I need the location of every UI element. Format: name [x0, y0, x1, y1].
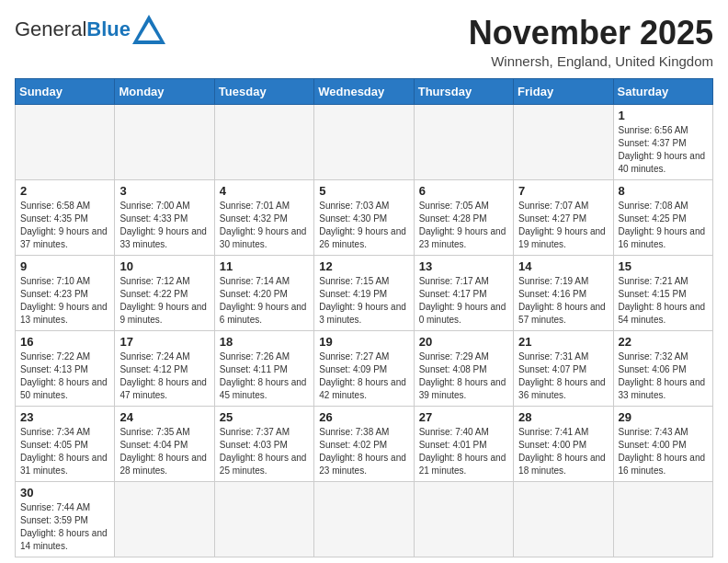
calendar-cell: 28Sunrise: 7:41 AM Sunset: 4:00 PM Dayli…: [514, 406, 613, 481]
calendar-cell: 22Sunrise: 7:32 AM Sunset: 4:06 PM Dayli…: [613, 330, 712, 406]
calendar-cell: 5Sunrise: 7:03 AM Sunset: 4:30 PM Daylig…: [314, 179, 414, 255]
title-area: November 2025 Winnersh, England, United …: [469, 15, 713, 69]
day-info: Sunrise: 7:21 AM Sunset: 4:15 PM Dayligh…: [619, 275, 708, 327]
calendar-cell: [414, 104, 513, 179]
day-number: 26: [319, 410, 408, 424]
day-info: Sunrise: 7:26 AM Sunset: 4:11 PM Dayligh…: [220, 350, 309, 402]
day-of-week-header: Sunday: [16, 78, 115, 104]
calendar-cell: 29Sunrise: 7:43 AM Sunset: 4:00 PM Dayli…: [613, 406, 712, 481]
day-info: Sunrise: 7:32 AM Sunset: 4:06 PM Dayligh…: [619, 350, 708, 402]
day-info: Sunrise: 7:37 AM Sunset: 4:03 PM Dayligh…: [220, 426, 309, 477]
day-info: Sunrise: 6:58 AM Sunset: 4:35 PM Dayligh…: [20, 200, 109, 251]
calendar-cell: [115, 104, 214, 179]
day-info: Sunrise: 7:29 AM Sunset: 4:08 PM Dayligh…: [419, 350, 508, 402]
calendar-cell: 13Sunrise: 7:17 AM Sunset: 4:17 PM Dayli…: [414, 255, 513, 330]
day-number: 8: [619, 184, 708, 198]
day-number: 22: [619, 335, 708, 349]
calendar-week-row: 9Sunrise: 7:10 AM Sunset: 4:23 PM Daylig…: [16, 255, 713, 330]
calendar-cell: 26Sunrise: 7:38 AM Sunset: 4:02 PM Dayli…: [314, 406, 414, 481]
day-info: Sunrise: 7:08 AM Sunset: 4:25 PM Dayligh…: [619, 200, 708, 251]
logo: GeneralBlue: [15, 15, 165, 44]
day-info: Sunrise: 7:40 AM Sunset: 4:01 PM Dayligh…: [419, 426, 508, 477]
day-info: Sunrise: 7:41 AM Sunset: 4:00 PM Dayligh…: [518, 426, 608, 477]
day-number: 28: [518, 410, 608, 424]
calendar-cell: 6Sunrise: 7:05 AM Sunset: 4:28 PM Daylig…: [414, 179, 513, 255]
day-number: 25: [220, 410, 309, 424]
calendar-cell: [514, 481, 613, 557]
day-info: Sunrise: 7:14 AM Sunset: 4:20 PM Dayligh…: [220, 275, 309, 327]
day-number: 3: [119, 184, 209, 198]
calendar-cell: [214, 104, 313, 179]
calendar-cell: [314, 481, 414, 557]
day-of-week-header: Wednesday: [314, 78, 414, 104]
calendar-cell: [414, 481, 513, 557]
calendar-cell: 15Sunrise: 7:21 AM Sunset: 4:15 PM Dayli…: [613, 255, 712, 330]
day-number: 15: [619, 259, 708, 273]
calendar-cell: 10Sunrise: 7:12 AM Sunset: 4:22 PM Dayli…: [115, 255, 214, 330]
day-number: 21: [518, 335, 608, 349]
day-of-week-header: Friday: [514, 78, 613, 104]
calendar-cell: 20Sunrise: 7:29 AM Sunset: 4:08 PM Dayli…: [414, 330, 513, 406]
calendar-cell: [514, 104, 613, 179]
day-info: Sunrise: 7:31 AM Sunset: 4:07 PM Dayligh…: [518, 350, 608, 402]
day-of-week-header: Tuesday: [214, 78, 313, 104]
day-number: 20: [419, 335, 508, 349]
day-info: Sunrise: 7:43 AM Sunset: 4:00 PM Dayligh…: [619, 426, 708, 477]
day-of-week-header: Saturday: [613, 78, 712, 104]
calendar-cell: 16Sunrise: 7:22 AM Sunset: 4:13 PM Dayli…: [16, 330, 115, 406]
day-number: 13: [419, 259, 508, 273]
calendar-cell: [115, 481, 214, 557]
calendar-cell: [16, 104, 115, 179]
day-info: Sunrise: 7:12 AM Sunset: 4:22 PM Dayligh…: [119, 275, 209, 327]
day-number: 4: [220, 184, 309, 198]
calendar-week-row: 23Sunrise: 7:34 AM Sunset: 4:05 PM Dayli…: [16, 406, 713, 481]
calendar-cell: 18Sunrise: 7:26 AM Sunset: 4:11 PM Dayli…: [214, 330, 313, 406]
calendar-cell: 11Sunrise: 7:14 AM Sunset: 4:20 PM Dayli…: [214, 255, 313, 330]
calendar-cell: 19Sunrise: 7:27 AM Sunset: 4:09 PM Dayli…: [314, 330, 414, 406]
calendar-cell: 17Sunrise: 7:24 AM Sunset: 4:12 PM Dayli…: [115, 330, 214, 406]
day-info: Sunrise: 7:38 AM Sunset: 4:02 PM Dayligh…: [319, 426, 408, 477]
day-info: Sunrise: 7:01 AM Sunset: 4:32 PM Dayligh…: [220, 200, 309, 251]
calendar-cell: 9Sunrise: 7:10 AM Sunset: 4:23 PM Daylig…: [16, 255, 115, 330]
day-info: Sunrise: 7:15 AM Sunset: 4:19 PM Dayligh…: [319, 275, 408, 327]
location: Winnersh, England, United Kingdom: [469, 53, 713, 69]
calendar-cell: 27Sunrise: 7:40 AM Sunset: 4:01 PM Dayli…: [414, 406, 513, 481]
calendar-cell: 3Sunrise: 7:00 AM Sunset: 4:33 PM Daylig…: [115, 179, 214, 255]
calendar-cell: 14Sunrise: 7:19 AM Sunset: 4:16 PM Dayli…: [514, 255, 613, 330]
day-number: 27: [419, 410, 508, 424]
calendar-cell: 21Sunrise: 7:31 AM Sunset: 4:07 PM Dayli…: [514, 330, 613, 406]
day-info: Sunrise: 7:05 AM Sunset: 4:28 PM Dayligh…: [419, 200, 508, 251]
day-number: 24: [119, 410, 209, 424]
day-number: 23: [20, 410, 109, 424]
day-info: Sunrise: 7:07 AM Sunset: 4:27 PM Dayligh…: [518, 200, 608, 251]
calendar-cell: 4Sunrise: 7:01 AM Sunset: 4:32 PM Daylig…: [214, 179, 313, 255]
calendar-week-row: 2Sunrise: 6:58 AM Sunset: 4:35 PM Daylig…: [16, 179, 713, 255]
day-info: Sunrise: 7:00 AM Sunset: 4:33 PM Dayligh…: [119, 200, 209, 251]
day-of-week-header: Monday: [115, 78, 214, 104]
calendar-week-row: 16Sunrise: 7:22 AM Sunset: 4:13 PM Dayli…: [16, 330, 713, 406]
day-number: 30: [20, 486, 109, 500]
calendar-cell: 25Sunrise: 7:37 AM Sunset: 4:03 PM Dayli…: [214, 406, 313, 481]
calendar-week-row: 30Sunrise: 7:44 AM Sunset: 3:59 PM Dayli…: [16, 481, 713, 557]
calendar-cell: [314, 104, 414, 179]
day-info: Sunrise: 7:24 AM Sunset: 4:12 PM Dayligh…: [119, 350, 209, 402]
day-info: Sunrise: 7:03 AM Sunset: 4:30 PM Dayligh…: [319, 200, 408, 251]
day-info: Sunrise: 7:35 AM Sunset: 4:04 PM Dayligh…: [119, 426, 209, 477]
calendar-cell: 24Sunrise: 7:35 AM Sunset: 4:04 PM Dayli…: [115, 406, 214, 481]
day-number: 19: [319, 335, 408, 349]
month-title: November 2025: [469, 15, 713, 52]
day-number: 18: [220, 335, 309, 349]
calendar-cell: 2Sunrise: 6:58 AM Sunset: 4:35 PM Daylig…: [16, 179, 115, 255]
calendar-cell: 8Sunrise: 7:08 AM Sunset: 4:25 PM Daylig…: [613, 179, 712, 255]
logo-icon: [132, 15, 165, 44]
day-info: Sunrise: 7:22 AM Sunset: 4:13 PM Dayligh…: [20, 350, 109, 402]
calendar-header-row: SundayMondayTuesdayWednesdayThursdayFrid…: [16, 78, 713, 104]
day-number: 7: [518, 184, 608, 198]
calendar-cell: 23Sunrise: 7:34 AM Sunset: 4:05 PM Dayli…: [16, 406, 115, 481]
day-number: 9: [20, 259, 109, 273]
day-number: 2: [20, 184, 109, 198]
calendar-week-row: 1Sunrise: 6:56 AM Sunset: 4:37 PM Daylig…: [16, 104, 713, 179]
day-number: 17: [119, 335, 209, 349]
day-info: Sunrise: 7:34 AM Sunset: 4:05 PM Dayligh…: [20, 426, 109, 477]
day-info: Sunrise: 6:56 AM Sunset: 4:37 PM Dayligh…: [619, 124, 708, 176]
